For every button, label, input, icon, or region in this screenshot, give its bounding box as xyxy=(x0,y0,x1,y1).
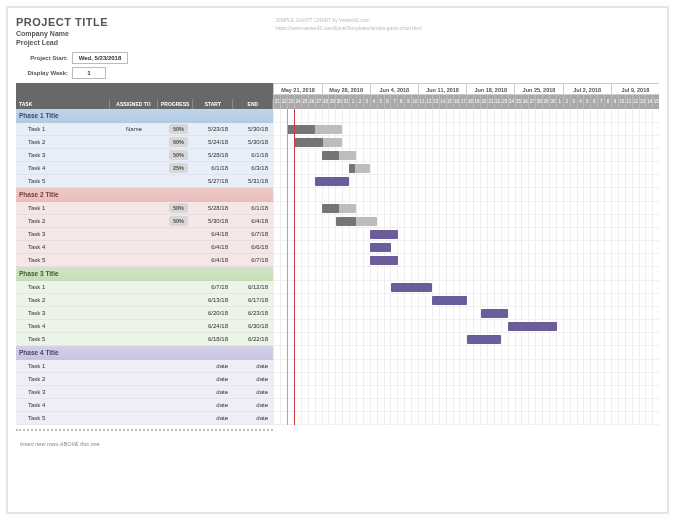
task-end: 6/6/18 xyxy=(232,244,272,250)
task-start: date xyxy=(192,389,232,395)
phase-header[interactable]: Phase 4 Title xyxy=(16,346,273,360)
display-week-label: Display Week: xyxy=(16,70,68,76)
day-header: 30 xyxy=(335,95,342,109)
task-row[interactable]: Task 150%5/28/186/1/18 xyxy=(16,202,273,215)
task-end: 5/30/18 xyxy=(232,139,272,145)
task-name: Task 5 xyxy=(16,415,110,421)
gantt-bar-progress[interactable] xyxy=(322,204,339,213)
task-name: Task 2 xyxy=(16,297,110,303)
task-row[interactable]: Task 1Name50%5/23/185/30/18 xyxy=(16,123,273,136)
task-end: date xyxy=(232,376,272,382)
task-end: 6/23/18 xyxy=(232,310,272,316)
task-row[interactable]: Task 425%6/1/186/3/18 xyxy=(16,162,273,175)
phase-header[interactable]: Phase 1 Title xyxy=(16,109,273,123)
task-table-header: TASK ASSIGNED TO PROGRESS START END xyxy=(16,83,273,109)
gantt-bar[interactable] xyxy=(315,177,350,186)
col-task: TASK xyxy=(16,99,110,109)
gantt-bar[interactable] xyxy=(370,256,398,265)
task-row[interactable]: Task 350%5/28/186/1/18 xyxy=(16,149,273,162)
gantt-bar-progress[interactable] xyxy=(294,138,323,147)
task-name: Task 3 xyxy=(16,389,110,395)
project-start-value[interactable]: Wed, 5/23/2018 xyxy=(72,52,128,64)
gantt-bar-progress[interactable] xyxy=(336,217,357,226)
gantt-bar-progress[interactable] xyxy=(322,151,339,160)
phase-header[interactable]: Phase 2 Title xyxy=(16,188,273,202)
task-row[interactable]: Task 1datedate xyxy=(16,360,273,373)
task-table: TASK ASSIGNED TO PROGRESS START END Phas… xyxy=(16,83,273,449)
gantt-bar-progress[interactable] xyxy=(349,164,354,173)
task-start: 6/13/18 xyxy=(192,297,232,303)
task-row[interactable]: Task 16/7/186/12/18 xyxy=(16,281,273,294)
day-header: 23 xyxy=(287,95,294,109)
task-start: 6/4/18 xyxy=(192,231,232,237)
day-header: 3 xyxy=(363,95,370,109)
day-header: 16 xyxy=(453,95,460,109)
day-header: 7 xyxy=(390,95,397,109)
gantt-bar[interactable] xyxy=(508,322,556,331)
task-name: Task 1 xyxy=(16,205,110,211)
task-row[interactable]: Task 2datedate xyxy=(16,373,273,386)
task-start: date xyxy=(192,376,232,382)
task-progress: 25% xyxy=(158,163,192,173)
week-header: Jun 11, 2018 xyxy=(418,83,466,95)
day-header: 7 xyxy=(597,95,604,109)
task-row[interactable]: Task 260%5/24/185/30/18 xyxy=(16,136,273,149)
task-row[interactable]: Task 55/27/185/31/18 xyxy=(16,175,273,188)
gantt-bar[interactable] xyxy=(467,335,502,344)
phase-title: Phase 1 Title xyxy=(16,112,116,119)
task-row[interactable]: Task 26/13/186/17/18 xyxy=(16,294,273,307)
day-header: 1 xyxy=(556,95,563,109)
task-progress: 50% xyxy=(158,203,192,213)
task-row[interactable]: Task 46/24/186/30/18 xyxy=(16,320,273,333)
day-header: 26 xyxy=(521,95,528,109)
task-row[interactable]: Task 5datedate xyxy=(16,412,273,425)
display-week-value[interactable]: 1 xyxy=(72,67,106,79)
day-header: 4 xyxy=(577,95,584,109)
task-row[interactable]: Task 36/4/186/7/18 xyxy=(16,228,273,241)
day-header: 20 xyxy=(480,95,487,109)
day-header: 8 xyxy=(604,95,611,109)
gantt-bar[interactable] xyxy=(370,243,391,252)
task-start: 6/18/18 xyxy=(192,336,232,342)
task-row[interactable]: Task 3datedate xyxy=(16,386,273,399)
gantt-bar[interactable] xyxy=(481,309,509,318)
day-header: 11 xyxy=(625,95,632,109)
gantt-bar[interactable] xyxy=(391,283,432,292)
task-start: 5/30/18 xyxy=(192,218,232,224)
task-name: Task 3 xyxy=(16,231,110,237)
day-header: 12 xyxy=(425,95,432,109)
task-start: 5/28/18 xyxy=(192,152,232,158)
day-header: 27 xyxy=(315,95,322,109)
timeline-weeks: May 21, 2018May 28, 2018Jun 4, 2018Jun 1… xyxy=(273,83,659,95)
week-header: Jun 4, 2018 xyxy=(370,83,418,95)
task-start: 6/1/18 xyxy=(192,165,232,171)
task-row[interactable]: Task 56/4/186/7/18 xyxy=(16,254,273,267)
week-header: May 28, 2018 xyxy=(322,83,370,95)
project-lead-label[interactable]: Project Lead xyxy=(16,39,276,46)
task-name: Task 2 xyxy=(16,218,110,224)
phase-header[interactable]: Phase 3 Title xyxy=(16,267,273,281)
task-row[interactable]: Task 4datedate xyxy=(16,399,273,412)
task-progress: 50% xyxy=(158,216,192,226)
gantt-bar[interactable] xyxy=(370,230,398,239)
project-title[interactable]: PROJECT TITLE xyxy=(16,16,276,28)
task-start: date xyxy=(192,402,232,408)
week-header: Jul 9, 2018 xyxy=(611,83,659,95)
day-header: 14 xyxy=(439,95,446,109)
task-row[interactable]: Task 46/4/186/6/18 xyxy=(16,241,273,254)
task-start: 6/24/18 xyxy=(192,323,232,329)
phase-title: Phase 4 Title xyxy=(16,349,116,356)
task-row[interactable]: Task 36/20/186/23/18 xyxy=(16,307,273,320)
task-name: Task 4 xyxy=(16,323,110,329)
task-end: 6/22/18 xyxy=(232,336,272,342)
task-name: Task 3 xyxy=(16,152,110,158)
day-header: 28 xyxy=(322,95,329,109)
task-row[interactable]: Task 250%5/30/186/4/18 xyxy=(16,215,273,228)
day-header: 5 xyxy=(377,95,384,109)
gantt-bar[interactable] xyxy=(432,296,467,305)
task-start: 6/20/18 xyxy=(192,310,232,316)
gantt-bar-progress[interactable] xyxy=(287,125,315,134)
company-name[interactable]: Company Name xyxy=(16,30,276,37)
task-row[interactable]: Task 56/18/186/22/18 xyxy=(16,333,273,346)
task-end: 6/4/18 xyxy=(232,218,272,224)
